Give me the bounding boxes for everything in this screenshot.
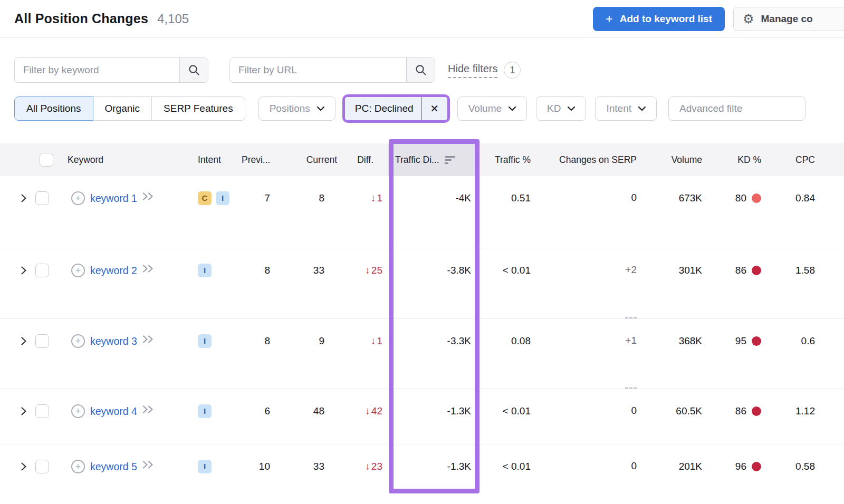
keyword-link[interactable]: keyword 4 [90, 404, 137, 418]
expand-chevron-icon[interactable] [21, 462, 26, 471]
add-keyword-icon[interactable]: + [71, 264, 85, 277]
checkbox-cell [35, 389, 61, 444]
hide-filters-link[interactable]: Hide filters [448, 63, 497, 78]
add-keyword-icon[interactable]: + [71, 334, 85, 348]
url-filter [229, 57, 435, 83]
open-serp-icon[interactable] [142, 335, 155, 343]
kd-dot [752, 193, 761, 203]
header-changes-on-serp[interactable]: Changes on SERP [533, 143, 641, 176]
intent-badge-i: I [216, 191, 229, 205]
header-kd-pct[interactable]: KD % [704, 143, 763, 176]
position-changes-table: Keyword Intent Previ... Current Diff. Tr… [0, 143, 844, 504]
diff-value: 42 [371, 404, 382, 444]
header-volume[interactable]: Volume [641, 143, 704, 176]
title-bar: All Position Changes 4,105 + Add to keyw… [0, 0, 844, 38]
traffic-diff-value: -1.3K [388, 389, 477, 444]
checkbox-cell [35, 319, 61, 389]
pc-declined-filter-chip[interactable]: PC: Declined ✕ [345, 97, 447, 120]
header-intent[interactable]: Intent [198, 143, 237, 176]
intent-badges: I [198, 389, 237, 444]
expand-chevron-icon[interactable] [21, 266, 26, 275]
kd-dropdown[interactable]: KD [536, 96, 586, 121]
header-keyword[interactable]: Keyword [61, 143, 198, 176]
keyword-link[interactable]: keyword 2 [90, 264, 137, 277]
intent-badges: I [198, 444, 237, 504]
traffic-diff-value: -1.3K [388, 444, 477, 504]
pc-declined-label: PC: Declined [345, 103, 421, 114]
diff-value: 1 [377, 191, 382, 248]
volume-dropdown[interactable]: Volume [457, 96, 527, 121]
position-diff: ↓ 1 [343, 319, 388, 389]
header-traffic-diff[interactable]: Traffic Di... [388, 143, 477, 176]
header-cpc[interactable]: CPC [763, 143, 815, 176]
expand-chevron-icon[interactable] [21, 194, 26, 202]
add-keyword-icon[interactable]: + [71, 460, 85, 473]
serp-change-value[interactable]: +1 [625, 334, 637, 389]
expand-cell [14, 389, 35, 444]
close-icon[interactable]: ✕ [422, 97, 447, 120]
keyword-search-button[interactable] [179, 58, 208, 82]
keyword-link[interactable]: keyword 3 [90, 334, 137, 348]
open-serp-icon[interactable] [142, 405, 155, 413]
segment-organic[interactable]: Organic [93, 96, 152, 121]
row-checkbox[interactable] [35, 264, 49, 277]
manage-columns-button[interactable]: ⚙ Manage co [733, 7, 844, 31]
url-filter-input[interactable] [230, 58, 406, 82]
keyword-cell: + keyword 5 [61, 444, 198, 504]
intent-badges: I [198, 319, 237, 389]
open-serp-icon[interactable] [142, 265, 155, 273]
keyword-cell: + keyword 4 [61, 389, 198, 444]
volume-value: 301K [641, 248, 704, 318]
keyword-filter-input[interactable] [15, 58, 179, 82]
chevron-down-icon [568, 106, 575, 111]
row-checkbox[interactable] [35, 460, 49, 473]
kd-cell: 80 [704, 176, 763, 248]
down-arrow-icon: ↓ [365, 404, 370, 444]
sort-descending-icon [445, 156, 455, 164]
kd-cell: 86 [704, 248, 763, 318]
serp-change-value[interactable]: +2 [625, 264, 637, 318]
search-icon [415, 64, 427, 76]
add-to-keyword-list-button[interactable]: + Add to keyword list [593, 7, 725, 31]
open-serp-icon[interactable] [142, 192, 155, 200]
add-keyword-icon[interactable]: + [71, 404, 85, 418]
kd-dot [752, 336, 761, 346]
add-keyword-icon[interactable]: + [71, 191, 85, 205]
keyword-link[interactable]: keyword 5 [90, 460, 137, 473]
expand-chevron-icon[interactable] [21, 337, 26, 345]
kd-dot [752, 266, 761, 275]
open-serp-icon[interactable] [142, 461, 155, 469]
position-diff: ↓ 1 [343, 176, 388, 248]
intent-dropdown[interactable]: Intent [595, 96, 657, 121]
segment-all-positions[interactable]: All Positions [14, 96, 93, 121]
url-search-button[interactable] [406, 58, 435, 82]
row-checkbox[interactable] [35, 191, 49, 205]
header-diff[interactable]: Diff. [343, 143, 388, 176]
header-traffic-pct[interactable]: Traffic % [477, 143, 533, 176]
serp-change-value: 0 [631, 191, 637, 248]
volume-value: 368K [641, 319, 704, 389]
kd-dropdown-label: KD [547, 103, 561, 114]
row-checkbox[interactable] [35, 404, 49, 418]
positions-dropdown[interactable]: Positions [258, 96, 335, 121]
keyword-link[interactable]: keyword 1 [90, 191, 137, 205]
expand-chevron-icon[interactable] [21, 407, 26, 415]
diff-value: 25 [371, 264, 382, 318]
advanced-filters-button[interactable]: Advanced filte [668, 96, 805, 121]
segment-serp-features[interactable]: SERP Features [151, 96, 245, 121]
volume-value: 60.5K [641, 389, 704, 444]
filter-chips-row: All Positions Organic SERP Features Posi… [14, 94, 844, 123]
row-checkbox[interactable] [35, 334, 49, 348]
select-all-checkbox[interactable] [40, 153, 53, 167]
volume-value: 673K [641, 176, 704, 248]
header-previous[interactable]: Previ... [237, 143, 285, 176]
expand-cell [14, 319, 35, 389]
keyword-cell: + keyword 3 [61, 319, 198, 389]
expand-cell [14, 444, 35, 504]
checkbox-cell [35, 248, 61, 318]
current-position: 8 [285, 176, 343, 248]
add-to-keyword-list-label: Add to keyword list [620, 13, 712, 25]
header-current[interactable]: Current [285, 143, 343, 176]
page-title: All Position Changes [14, 11, 148, 26]
chevron-down-icon [638, 106, 646, 111]
